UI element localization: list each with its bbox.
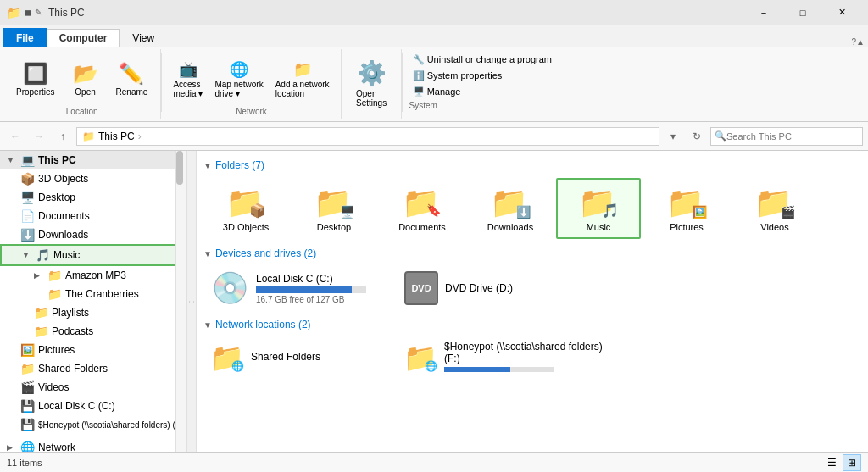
sidebar-item-downloads[interactable]: ⬇️ Downloads <box>0 225 186 244</box>
folder-documents-icon: 📁 🔖 <box>402 185 442 219</box>
item-count: 11 items <box>7 458 42 468</box>
sidebar-scrollbar[interactable] <box>175 151 186 452</box>
tab-file[interactable]: File <box>3 28 47 47</box>
uninstall-link[interactable]: 🔧 Uninstall or change a program <box>409 53 555 67</box>
content-scroll: ▼ Folders (7) 📁 📦 3D Objects 📁 🖥️ <box>197 151 868 382</box>
drive-dvd-d[interactable]: DVD DVD Drive (D:) <box>397 266 583 310</box>
folder-videos[interactable]: 📁 🎬 Videos <box>732 178 817 239</box>
open-button[interactable]: 📂 Open <box>64 58 107 101</box>
devices-chevron: ▼ <box>203 249 212 258</box>
up-button[interactable]: ↑ <box>53 126 73 147</box>
map-network-label: Map networkdrive ▾ <box>214 80 263 98</box>
minimize-button[interactable]: − <box>744 0 783 25</box>
maximize-button[interactable]: □ <box>783 0 822 25</box>
sidebar-item-videos[interactable]: 🎬 Videos <box>0 378 186 397</box>
rename-button[interactable]: ✏️ Rename <box>110 58 154 101</box>
window-controls: − □ ✕ <box>744 0 861 25</box>
folder-pictures-icon: 📁 🖼️ <box>666 185 707 219</box>
local-disk-c-icon: 💾 <box>20 399 35 413</box>
sidebar-item-this-pc[interactable]: ▼ 💻 This PC <box>0 151 186 169</box>
access-media-button[interactable]: 📺 Accessmedia ▾ <box>169 58 207 101</box>
section-header-devices[interactable]: ▼ Devices and drives (2) <box>203 242 861 263</box>
network-honeypot[interactable]: 📁 🌐 $Honeypot (\\scotia\shared folders) … <box>397 337 617 375</box>
folder-documents-label: Documents <box>398 222 446 232</box>
back-button[interactable]: ← <box>5 126 25 147</box>
sidebar-label-shared-folders: Shared Folders <box>38 363 108 375</box>
section-header-network[interactable]: ▼ Network locations (2) <box>203 314 861 334</box>
sidebar-item-local-disk-c[interactable]: 💾 Local Disk C (C:) <box>0 397 186 415</box>
network-buttons: 📺 Accessmedia ▾ 🌐 Map networkdrive ▾ 📁 A… <box>169 53 333 105</box>
sidebar-label-cranberries: The Cranberries <box>65 288 139 300</box>
desktop-icon: 🖥️ <box>20 191 35 204</box>
sidebar-item-podcasts[interactable]: 📁 Podcasts <box>0 322 186 341</box>
sidebar-resize-handle[interactable]: ⋮ <box>186 151 197 452</box>
drive-local-c[interactable]: 💿 Local Disk C (C:) 16.7 GB free of 127 … <box>203 266 390 310</box>
ribbon-group-settings: ⚙️ OpenSettings <box>342 49 402 119</box>
close-button[interactable]: ✕ <box>822 0 861 25</box>
forward-button[interactable]: → <box>29 126 49 147</box>
add-network-label: Add a networklocation <box>275 80 330 98</box>
open-settings-button[interactable]: ⚙️ OpenSettings <box>350 55 392 112</box>
sidebar-item-3d-objects[interactable]: 📦 3D Objects <box>0 169 186 188</box>
view-buttons: ☰ ⊞ <box>822 454 861 471</box>
network-section-label: Network locations (2) <box>215 319 311 330</box>
network-grid: 📁 🌐 Shared Folders 📁 🌐 $Honeypot (\\scot… <box>203 334 861 379</box>
tab-computer[interactable]: Computer <box>47 29 120 47</box>
app-icon-3: ✎ <box>35 8 42 17</box>
folder-downloads[interactable]: 📁 ⬇️ Downloads <box>468 178 553 239</box>
system-group-label: System <box>409 101 437 110</box>
sidebar-item-music[interactable]: ▼ 🎵 Music <box>0 244 186 266</box>
amazon-mp3-icon: 📁 <box>47 269 62 282</box>
refresh-button[interactable]: ↻ <box>687 126 707 147</box>
sidebar-item-shared-folders[interactable]: 📁 Shared Folders <box>0 359 186 378</box>
sidebar-item-desktop[interactable]: 🖥️ Desktop <box>0 188 186 207</box>
folder-documents[interactable]: 📁 🔖 Documents <box>380 178 465 239</box>
ribbon-group-system: 🔧 Uninstall or change a program ℹ️ Syste… <box>403 49 562 119</box>
content-area: ▼ Folders (7) 📁 📦 3D Objects 📁 🖥️ <box>197 151 868 452</box>
videos-icon: 🎬 <box>20 380 35 394</box>
playlists-icon: 📁 <box>34 306 48 319</box>
search-input[interactable] <box>726 131 859 142</box>
sidebar-divider <box>0 436 186 436</box>
sidebar-scroll-thumb <box>176 151 183 185</box>
manage-link[interactable]: 🖥️ Manage <box>409 85 555 99</box>
sidebar-item-pictures[interactable]: 🖼️ Pictures <box>0 341 186 359</box>
sidebar-item-documents[interactable]: 📄 Documents <box>0 207 186 225</box>
search-box[interactable]: 🔍 <box>710 127 863 146</box>
ribbon-collapse-button[interactable]: ▲ <box>856 37 865 47</box>
folder-music[interactable]: 📁 🎵 Music <box>556 178 641 239</box>
sidebar-label-podcasts: Podcasts <box>52 325 93 337</box>
drive-c-bar-track <box>256 286 366 293</box>
folder-3d-objects-label: 3D Objects <box>223 222 269 232</box>
sidebar-item-network[interactable]: ▶ 🌐 Network <box>0 438 186 452</box>
folder-3d-objects[interactable]: 📁 📦 3D Objects <box>203 178 288 239</box>
sidebar-label-desktop: Desktop <box>38 192 75 203</box>
map-network-button[interactable]: 🌐 Map networkdrive ▾ <box>210 58 267 101</box>
access-media-icon: 📺 <box>179 60 198 79</box>
folder-pictures[interactable]: 📁 🖼️ Pictures <box>644 178 729 239</box>
add-network-button[interactable]: 📁 Add a networklocation <box>271 58 334 101</box>
tab-view[interactable]: View <box>120 28 167 47</box>
address-breadcrumb[interactable]: 📁 This PC › <box>76 127 659 146</box>
folder-desktop[interactable]: 📁 🖥️ Desktop <box>292 178 376 239</box>
details-view-button[interactable]: ⊞ <box>843 454 861 471</box>
properties-button[interactable]: 🔲 Properties <box>10 58 61 101</box>
ribbon-tabs: File Computer View ? ▲ <box>0 25 868 47</box>
sidebar-item-cranberries[interactable]: 📁 The Cranberries <box>0 285 186 303</box>
sidebar-item-honeypot[interactable]: 💾 $Honeypot (\\scotia\shared folders) (F… <box>0 415 186 434</box>
folder-desktop-label: Desktop <box>317 222 351 232</box>
network-shared-folders[interactable]: 📁 🌐 Shared Folders <box>203 337 390 375</box>
folder-desktop-icon: 📁 🖥️ <box>314 185 354 219</box>
dropdown-button[interactable]: ▾ <box>663 126 683 147</box>
dvd-info: DVD Drive (D:) <box>445 282 576 294</box>
list-view-button[interactable]: ☰ <box>822 454 841 471</box>
sidebar-label-network: Network <box>38 441 75 452</box>
folder-downloads-icon: 📁 ⬇️ <box>490 185 531 219</box>
system-props-icon: ℹ️ <box>413 70 427 81</box>
ribbon-body: 🔲 Properties 📂 Open ✏️ Rename Location 📺… <box>0 47 868 122</box>
sidebar-item-amazon-mp3[interactable]: ▶ 📁 Amazon MP3 <box>0 266 186 285</box>
section-header-folders[interactable]: ▼ Folders (7) <box>203 154 861 175</box>
system-props-link[interactable]: ℹ️ System properties <box>409 69 555 83</box>
sidebar-item-playlists[interactable]: 📁 Playlists <box>0 303 186 322</box>
status-bar: 11 items ☰ ⊞ <box>0 452 868 472</box>
